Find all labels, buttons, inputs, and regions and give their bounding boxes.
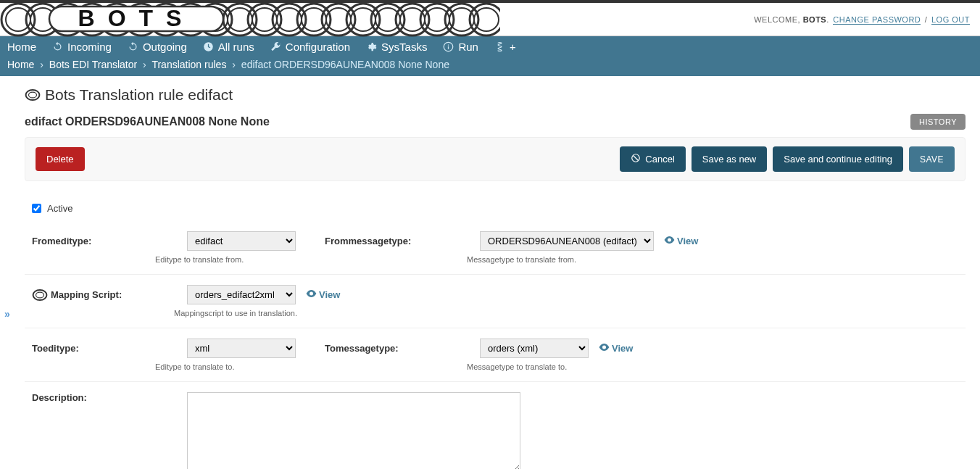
clock-icon	[203, 41, 214, 52]
save-as-new-button[interactable]: Save as new	[692, 146, 767, 172]
breadcrumbs: Home › Bots EDI Translator › Translation…	[0, 56, 980, 76]
fromeditype-label: Fromeditype:	[32, 236, 177, 246]
gear-icon	[366, 41, 377, 52]
mapping-help: Mappingscript to use in translation.	[174, 309, 340, 317]
bots-logo[interactable]: BOTS	[0, 1, 500, 38]
eye-icon	[599, 343, 610, 354]
nav-home[interactable]: Home	[7, 41, 36, 53]
action-bar: Delete Cancel Save as new Save and conti…	[25, 137, 966, 181]
fromeditype-select[interactable]: edifact	[187, 231, 296, 251]
breadcrumb-model[interactable]: Translation rules	[151, 59, 226, 70]
nav-incoming[interactable]: Incoming	[52, 41, 112, 53]
tomessagetype-select[interactable]: orders (xml)	[480, 339, 589, 358]
nav-plus[interactable]: +	[494, 41, 516, 53]
fromeditype-help: Editype to translate from.	[155, 255, 296, 264]
mapping-view-link[interactable]: View	[306, 289, 340, 300]
svg-text:BOTS: BOTS	[78, 5, 195, 31]
welcome-text: WELCOME,	[754, 15, 800, 24]
save-continue-button[interactable]: Save and continue editing	[773, 146, 903, 172]
tomessagetype-help: Messagetype to translate to.	[467, 362, 633, 371]
info-icon	[443, 41, 454, 52]
main-nav: Home Incoming Outgoing All runs Configur…	[0, 36, 980, 56]
cancel-button[interactable]: Cancel	[620, 146, 685, 172]
breadcrumb-current: edifact ORDERSD96AUNEAN008 None None	[241, 59, 449, 70]
page-title: Bots Translation rule edifact	[25, 86, 966, 104]
breadcrumb-app[interactable]: Bots EDI Translator	[49, 59, 137, 70]
mapping-select[interactable]: orders_edifact2xml	[187, 285, 296, 304]
snake-icon	[494, 41, 505, 52]
frommessagetype-view-link[interactable]: View	[664, 236, 698, 246]
breadcrumb-home[interactable]: Home	[7, 59, 34, 70]
object-title: edifact ORDERSD96AUNEAN008 None None	[25, 115, 270, 128]
description-textarea[interactable]	[187, 392, 520, 469]
eye-icon	[664, 236, 675, 246]
toeditype-select[interactable]: xml	[187, 339, 296, 358]
refresh-icon	[128, 41, 138, 52]
wrench-icon	[270, 41, 281, 52]
mapping-label: Mapping Script:	[32, 289, 177, 302]
username: BOTS	[803, 15, 827, 24]
toeditype-label: Toeditype:	[32, 343, 177, 354]
active-checkbox[interactable]	[32, 204, 41, 213]
nav-run[interactable]: Run	[443, 41, 478, 53]
refresh-icon	[52, 41, 63, 52]
frommessagetype-label: Frommessagetype:	[325, 236, 470, 246]
eye-icon	[306, 289, 317, 300]
description-label: Description:	[32, 392, 177, 403]
nav-configuration[interactable]: Configuration	[270, 41, 350, 53]
change-password-link[interactable]: CHANGE PASSWORD	[833, 15, 921, 25]
history-button[interactable]: HISTORY	[910, 114, 966, 130]
nav-systasks[interactable]: SysTasks	[366, 41, 427, 53]
chain-icon	[32, 289, 48, 302]
frommessagetype-select[interactable]: ORDERSD96AUNEAN008 (edifact)	[480, 231, 654, 251]
cancel-icon	[631, 153, 641, 165]
save-button[interactable]: SAVE	[909, 146, 955, 172]
user-tools: WELCOME, BOTS. CHANGE PASSWORD / LOG OUT	[754, 15, 980, 24]
nav-allruns[interactable]: All runs	[203, 41, 254, 53]
sidebar-expander[interactable]: »	[4, 308, 10, 320]
nav-outgoing[interactable]: Outgoing	[128, 41, 187, 53]
delete-button[interactable]: Delete	[36, 147, 85, 171]
toeditype-help: Editype to translate to.	[155, 362, 296, 371]
chain-icon	[25, 88, 41, 101]
active-label: Active	[47, 203, 72, 214]
frommessagetype-help: Messagetype to translate from.	[467, 255, 698, 264]
tomessagetype-label: Tomessagetype:	[325, 343, 470, 354]
tomessagetype-view-link[interactable]: View	[599, 343, 633, 354]
logout-link[interactable]: LOG OUT	[931, 15, 970, 25]
